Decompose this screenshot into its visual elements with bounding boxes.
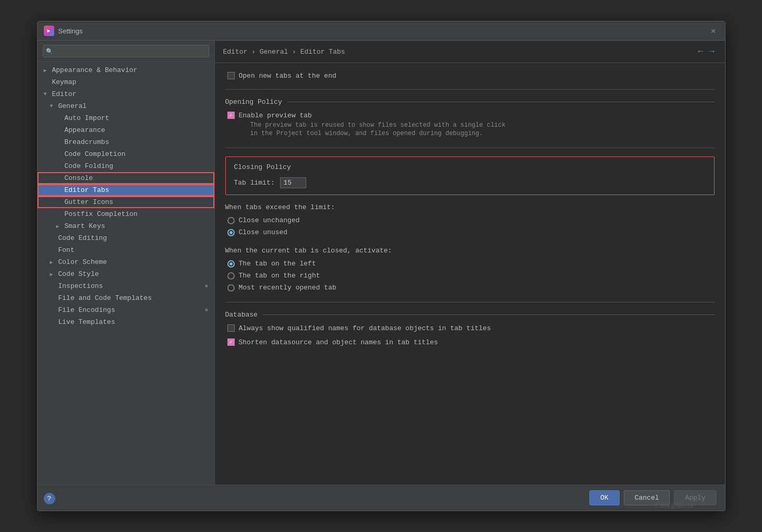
- sidebar-item-inspections[interactable]: Inspections ■: [38, 280, 214, 292]
- help-button[interactable]: ?: [44, 493, 55, 504]
- arrow-icon: ▶: [50, 271, 56, 277]
- close-unchanged-radio[interactable]: [227, 217, 235, 224]
- search-input[interactable]: [43, 45, 209, 57]
- settings-dialog: ▶ Settings ✕ 🔍 ▶ Appearance & Behavior: [37, 21, 725, 511]
- tab-right-row: The tab on the right: [225, 272, 715, 280]
- file-encodings-badge: ■: [204, 307, 208, 313]
- arrow-icon: ▶: [44, 67, 50, 74]
- ok-button[interactable]: OK: [589, 490, 620, 505]
- database-group: Database Always show qualified names for…: [225, 311, 715, 347]
- sidebar-item-editor[interactable]: ▼ Editor: [38, 88, 214, 100]
- search-box: 🔍: [38, 41, 214, 62]
- recently-opened-label: Most recently opened tab: [239, 284, 336, 292]
- open-tabs-end-checkbox[interactable]: [227, 72, 235, 79]
- nav-arrows: ← →: [696, 46, 716, 57]
- sidebar-item-appearance[interactable]: Appearance: [38, 124, 214, 136]
- tree-area: ▶ Appearance & Behavior Keymap ▼ Editor …: [38, 62, 214, 485]
- always-qualified-label: Always show qualified names for database…: [239, 324, 491, 333]
- recently-opened-row: Most recently opened tab: [225, 284, 715, 292]
- close-unused-row: Close unused: [225, 228, 715, 236]
- close-unchanged-row: Close unchanged: [225, 216, 715, 224]
- enable-preview-tab-row: Enable preview tab The preview tab is re…: [225, 111, 715, 137]
- arrow-icon: ▶: [50, 259, 56, 265]
- enable-preview-tab-label: Enable preview tab: [239, 112, 312, 119]
- tab-right-radio[interactable]: [227, 272, 235, 280]
- inspections-badge: ■: [204, 283, 208, 289]
- tab-right-label: The tab on the right: [239, 272, 320, 280]
- sidebar-item-code-editing[interactable]: Code Editing: [38, 232, 214, 244]
- sidebar-item-code-style[interactable]: ▶ Code Style: [38, 268, 214, 280]
- panel-header: Editor › General › Editor Tabs ← →: [215, 41, 725, 63]
- titlebar: ▶ Settings ✕: [38, 21, 725, 41]
- opening-policy-group: Opening Policy Enable preview tab The pr…: [225, 98, 715, 137]
- tab-closed-group: When the current tab is closed, activate…: [225, 247, 715, 292]
- watermark: CSDN @fpl1116: [655, 503, 693, 509]
- shorten-datasource-label: Shorten datasource and object names in t…: [239, 338, 438, 347]
- tab-limit-label: Tab limit:: [234, 179, 275, 187]
- sidebar-item-color-scheme[interactable]: ▶ Color Scheme: [38, 256, 214, 268]
- sidebar-item-appearance-behavior[interactable]: ▶ Appearance & Behavior: [38, 64, 214, 76]
- main-panel: Editor › General › Editor Tabs ← → Open …: [215, 41, 725, 485]
- closing-policy-title: Closing Policy: [234, 163, 706, 171]
- divider-1: [225, 89, 715, 90]
- close-button[interactable]: ✕: [708, 26, 719, 36]
- preview-tab-desc2: in the Project tool window, and files op…: [239, 130, 506, 137]
- app-icon: ▶: [44, 26, 54, 36]
- arrow-icon: ▼: [50, 103, 56, 109]
- sidebar-item-font[interactable]: Font: [38, 244, 214, 256]
- dialog-title: Settings: [58, 27, 83, 35]
- open-tabs-end-label: Open new tabs at the end: [239, 71, 336, 81]
- close-unused-radio[interactable]: [227, 229, 235, 236]
- sidebar-item-postfix-completion[interactable]: Postfix Completion: [38, 208, 214, 220]
- tab-left-row: The tab on the left: [225, 260, 715, 268]
- close-unused-label: Close unused: [239, 228, 288, 236]
- arrow-icon: ▼: [44, 91, 50, 97]
- sidebar-item-console[interactable]: Console: [38, 172, 214, 184]
- sidebar-item-keymap[interactable]: Keymap: [38, 76, 214, 88]
- nav-back-button[interactable]: ←: [696, 46, 705, 57]
- sidebar-item-file-encodings[interactable]: File Encodings ■: [38, 304, 214, 316]
- sidebar-item-general[interactable]: ▼ General: [38, 100, 214, 112]
- search-icon: 🔍: [46, 48, 53, 55]
- sidebar-item-editor-tabs[interactable]: Editor Tabs: [38, 184, 214, 196]
- shorten-datasource-checkbox[interactable]: [227, 338, 235, 346]
- always-qualified-checkbox[interactable]: [227, 324, 235, 332]
- tab-limit-row: Tab limit:: [234, 177, 706, 188]
- tabs-exceed-group: When tabs exceed the limit: Close unchan…: [225, 203, 715, 236]
- enable-preview-tab-checkbox[interactable]: [227, 112, 235, 119]
- sidebar-item-file-code-templates[interactable]: File and Code Templates: [38, 292, 214, 304]
- always-qualified-row: Always show qualified names for database…: [225, 324, 715, 333]
- preview-tab-desc1: The preview tab is reused to show files …: [239, 122, 506, 129]
- titlebar-left: ▶ Settings: [44, 26, 83, 36]
- divider-3: [225, 302, 715, 303]
- sidebar-item-code-folding[interactable]: Code Folding: [38, 160, 214, 172]
- sidebar-item-live-templates[interactable]: Live Templates: [38, 316, 214, 328]
- sidebar-item-gutter-icons[interactable]: Gutter Icons: [38, 196, 214, 208]
- close-unchanged-label: Close unchanged: [239, 216, 300, 224]
- tab-left-radio[interactable]: [227, 260, 235, 268]
- recently-opened-radio[interactable]: [227, 284, 235, 292]
- content-area: 🔍 ▶ Appearance & Behavior Keymap ▼: [38, 41, 725, 485]
- sidebar: 🔍 ▶ Appearance & Behavior Keymap ▼: [38, 41, 215, 485]
- nav-forward-button[interactable]: →: [707, 46, 717, 57]
- tab-left-label: The tab on the left: [239, 260, 316, 268]
- tab-limit-input[interactable]: [280, 177, 306, 188]
- divider-2: [225, 148, 715, 148]
- sidebar-item-code-completion[interactable]: Code Completion: [38, 148, 214, 160]
- sidebar-item-breadcrumbs[interactable]: Breadcrumbs: [38, 136, 214, 148]
- database-label: Database: [225, 311, 715, 319]
- closing-policy-box: Closing Policy Tab limit:: [225, 156, 715, 195]
- breadcrumb: Editor › General › Editor Tabs: [223, 48, 345, 56]
- sidebar-item-auto-import[interactable]: Auto Import: [38, 112, 214, 124]
- arrow-icon: ▶: [56, 223, 63, 229]
- when-current-closed-label: When the current tab is closed, activate…: [225, 247, 715, 255]
- panel-content: Open new tabs at the end Opening Policy …: [215, 63, 725, 485]
- open-tabs-end-row: Open new tabs at the end: [225, 71, 715, 81]
- shorten-datasource-row: Shorten datasource and object names in t…: [225, 338, 715, 347]
- opening-policy-label: Opening Policy: [225, 98, 715, 106]
- search-wrap: 🔍: [43, 45, 209, 57]
- sidebar-item-smart-keys[interactable]: ▶ Smart Keys: [38, 220, 214, 232]
- when-tabs-exceed-label: When tabs exceed the limit:: [225, 203, 715, 211]
- footer: OK Cancel Apply: [38, 485, 725, 511]
